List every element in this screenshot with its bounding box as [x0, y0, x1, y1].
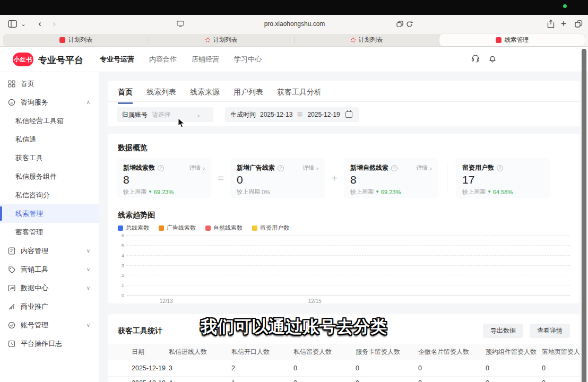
browser-tab-2[interactable]: 计划列表 — [149, 34, 294, 46]
macos-menubar — [0, 0, 588, 15]
chevron-down-icon: ∨ — [87, 248, 90, 254]
copy-tab-icon[interactable] — [395, 18, 404, 30]
support-headset-icon[interactable] — [471, 54, 480, 65]
promo-icon — [7, 303, 16, 310]
stat-card-new-leads: 新增线索数 ? 详情› 8 较上周期▼69.23% — [117, 158, 211, 198]
forward-button[interactable]: › — [49, 18, 59, 30]
detail-link[interactable]: 详情› — [302, 164, 318, 172]
help-icon[interactable]: ? — [391, 165, 397, 171]
sidebar-item-lead-tools[interactable]: 获客工具 — [0, 149, 99, 167]
browser-tab-3[interactable]: 计划列表 — [294, 34, 439, 46]
browser-toolbar: ⌄ ‹ › pro.xiaohongshu.com + — [0, 15, 588, 32]
nav-content-coop[interactable]: 内容合作 — [149, 55, 177, 64]
sidebar-toggle-icon[interactable] — [6, 18, 18, 30]
chevron-down-icon: ∨ — [87, 285, 90, 291]
sidebar-item-content-management[interactable]: 内容管理 ∨ — [0, 241, 99, 260]
legend-total-leads[interactable]: 总线索数 — [118, 224, 149, 232]
sidebar-item-lead-management[interactable]: 线索管理 — [0, 204, 99, 223]
calendar-icon — [345, 111, 352, 118]
xiaohongshu-logo[interactable]: 小红书 — [13, 53, 33, 66]
legend-organic-leads[interactable]: 自然线索数 — [205, 224, 243, 232]
legend-ad-leads[interactable]: 广告线索数 — [159, 224, 196, 232]
sidebar-item-dm-score[interactable]: 私信咨询分 — [0, 186, 99, 204]
tab-label: 计划列表 — [68, 36, 93, 44]
help-icon[interactable]: ? — [158, 165, 164, 171]
stat-title: 新增广告线索 — [237, 163, 275, 172]
equals-operator: = — [211, 172, 230, 185]
y-tick: 6 — [118, 232, 124, 238]
new-tab-button[interactable]: + — [559, 18, 568, 30]
chevron-right-icon: › — [430, 165, 432, 171]
stat-delta: 69.23% — [381, 189, 401, 195]
sidebar-item-dm-components[interactable]: 私信服务组件 — [0, 167, 99, 186]
back-button[interactable]: ‹ — [35, 18, 45, 30]
detail-link[interactable]: 详情› — [416, 164, 432, 172]
stat-card-organic-leads: 新增自然线索 ? 详情› 8 较上周期▼69.23% — [344, 158, 438, 198]
mouse-cursor — [178, 118, 185, 131]
share-icon[interactable] — [546, 18, 556, 30]
reload-icon[interactable] — [404, 18, 414, 30]
sidebar-item-business-promotion[interactable]: 商业推广 — [0, 297, 99, 316]
bell-icon[interactable] — [488, 54, 497, 65]
nav-learning[interactable]: 学习中心 — [234, 55, 262, 64]
chat-icon — [7, 99, 16, 106]
tools-stats-table: 日期 私信进线人数 私信开口人数 私信留资人数 服务卡留资人数 企微名片留资人数… — [108, 344, 580, 382]
gridline — [126, 275, 570, 275]
sidebar-item-dm-tong[interactable]: 私信通 — [0, 130, 99, 149]
legend-retained-users[interactable]: 留资用户数 — [252, 224, 289, 232]
help-icon[interactable]: ? — [497, 165, 503, 171]
chevron-down-icon: ∨ — [87, 266, 90, 272]
grid-icon — [7, 80, 16, 88]
sidebar-item-consult-service[interactable]: 咨询服务 ∧ — [0, 93, 99, 111]
tab-label: 线索管理 — [505, 36, 529, 44]
stat-delta: 64.58% — [493, 189, 513, 195]
down-triangle-icon: ▼ — [487, 189, 491, 194]
sidebar-item-marketing-tools[interactable]: 营销工具 ∨ — [0, 260, 99, 279]
y-tick: 3 — [118, 262, 124, 268]
help-icon[interactable]: ? — [278, 165, 284, 171]
product-title: 专业号平台 — [38, 54, 83, 66]
stat-cards-row: 新增线索数 ? 详情› 8 较上周期▼69.23% = 新增广告线索 ? 详情›… — [117, 158, 571, 198]
vertical-scrollbar[interactable] — [582, 49, 586, 382]
chevron-down-icon: ⌄ — [196, 112, 201, 118]
xhs-favicon — [496, 37, 501, 43]
stat-value: 0 — [237, 173, 318, 186]
sidebar-chevron-icon[interactable]: ⌄ — [19, 18, 28, 30]
table-row: 2025-12-19 3 2 0 0 0 0 0 — [108, 360, 580, 377]
legend-swatch — [159, 225, 164, 231]
nav-operation[interactable]: 专业号运营 — [100, 55, 134, 64]
account-select[interactable]: 归属账号 请选择 ⌄ — [117, 107, 213, 122]
tabs-divider — [108, 101, 580, 102]
url-text: pro.xiaohongshu.com — [264, 20, 325, 28]
chevron-right-icon: › — [203, 165, 205, 171]
stat-title: 新增自然线索 — [350, 163, 388, 172]
x-axis-line — [126, 295, 570, 296]
stat-card-ad-leads: 新增广告线索 ? 详情› 0 较上周期0% — [230, 158, 325, 198]
tag-icon — [7, 266, 16, 273]
overview-title: 数据概览 — [118, 143, 148, 153]
account-placeholder: 请选择 — [152, 110, 171, 119]
filter-row: 归属账号 请选择 ⌄ 生成时间 2025-12-13 至 2025-12-19 — [117, 107, 359, 122]
gridline — [126, 255, 570, 256]
tab-overview-icon[interactable] — [573, 18, 584, 30]
nav-shop[interactable]: 店铺经营 — [192, 55, 219, 64]
address-bar[interactable]: pro.xiaohongshu.com — [212, 18, 377, 30]
time-label: 生成时间 — [230, 110, 256, 119]
loading-spinner-icon — [205, 38, 210, 42]
sidebar-item-dm-toolbox[interactable]: 私信经营工具箱 — [0, 111, 99, 130]
sidebar-item-customer-pool[interactable]: 蓄客管理 — [0, 223, 99, 241]
sidebar-item-home[interactable]: 首页 — [0, 74, 99, 93]
browser-tab-4-active[interactable]: 线索管理 — [439, 34, 585, 46]
log-icon — [7, 340, 16, 348]
page-settings-icon[interactable] — [176, 18, 185, 30]
x-tick: 12/13 — [160, 298, 173, 304]
sidebar-item-data-center[interactable]: 数据中心 ∨ — [0, 279, 99, 297]
plus-operator: + — [325, 172, 344, 185]
detail-link[interactable]: 详情› — [189, 164, 205, 172]
stat-delta: 69.23% — [154, 189, 174, 195]
date-range-picker[interactable]: 生成时间 2025-12-13 至 2025-12-19 — [225, 107, 359, 122]
browser-tab-1[interactable]: 计划列表 — [3, 34, 149, 46]
down-triangle-icon: ▼ — [148, 189, 152, 194]
trend-chart-plot: 6 5 4 3 2 1 0 12/13 12/15 — [126, 235, 570, 295]
data-icon — [7, 284, 16, 292]
